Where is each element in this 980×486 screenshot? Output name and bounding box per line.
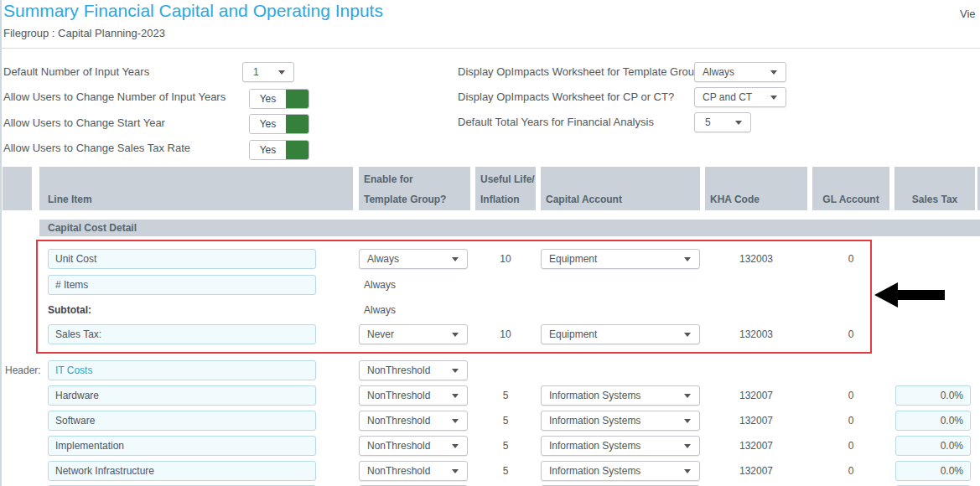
capital-account-dropdown-value: Information Systems [549,411,640,430]
gl-account-value: 0 [812,385,889,406]
line-item-input[interactable]: # Items [48,275,316,295]
chevron-down-icon [452,257,459,261]
header-cell-gl_account: GL Account [812,167,889,210]
header-cell-enable: Enable forTemplate Group? [359,167,470,210]
setting-toggle-left-1-fill [286,90,309,108]
enable-template-group-dropdown[interactable]: NonThreshold [359,360,468,380]
line-item-input-value: Unit Cost [55,250,96,268]
chevron-down-icon [452,394,459,398]
header-cell-enable-line1: Enable for [364,173,413,185]
chevron-down-icon [452,444,459,448]
capital-account-dropdown-value: Information Systems [549,462,640,480]
line-item-input[interactable]: Hardware [48,385,316,406]
sales-tax-input-value: 0.0% [941,386,963,405]
enable-template-group-dropdown-value: NonThreshold [367,386,430,405]
enable-template-group-dropdown-value: NonThreshold [367,462,430,480]
enable-template-group-dropdown[interactable]: NonThreshold [359,385,468,406]
chevron-down-icon [278,70,285,75]
line-item-input-value: Network Infrastructure [55,462,154,480]
setting-label-left-0: Default Number of Input Years [3,66,149,78]
kha-code-value: 132003 [705,249,807,269]
chevron-down-icon [452,469,459,473]
capital-account-dropdown[interactable]: Information Systems [541,411,700,431]
capital-account-dropdown-value: Equipment [549,250,597,268]
sales-tax-input[interactable]: 0.0% [895,461,971,481]
sales-tax-input-value: 0.0% [941,462,963,480]
gl-account-value: 0 [812,324,889,344]
header-cell-capital_account: Capital Account [541,167,700,210]
enable-template-group-dropdown-value: Always [367,250,399,268]
sales-tax-input[interactable]: 0.0% [895,411,971,431]
capital-account-dropdown-value: Information Systems [549,386,640,405]
line-item-input[interactable]: Unit Cost [48,249,316,269]
chevron-down-icon [452,333,459,337]
capital-account-dropdown[interactable]: Information Systems [541,461,700,481]
enable-template-group-text: Always [364,275,396,295]
line-item-input[interactable]: Implementation [48,436,316,456]
line-item-input-value: Implementation [55,437,124,455]
setting-toggle-left-2-label: Yes [250,115,286,133]
kha-code-value: 132003 [705,324,807,344]
capital-account-dropdown[interactable]: Equipment [541,324,700,344]
enable-template-group-dropdown[interactable]: NonThreshold [359,461,468,481]
header-divider [0,48,980,49]
header-cell-useful_life-line2: Inflation [480,194,520,205]
header-cell-sales_tax-line1: Sales Tax [894,194,975,205]
chevron-down-icon [684,444,691,448]
chevron-down-icon [684,257,691,261]
line-item-input[interactable]: Network Infrastructure [48,461,316,481]
setting-toggle-left-1-label: Yes [250,90,286,108]
header-cell-useful_life: Useful Life/Inflation [475,167,536,210]
capital-account-dropdown-value: Information Systems [549,437,640,455]
chevron-down-icon [452,369,459,373]
setting-dropdown-right-0-value: Always [703,63,734,81]
enable-template-group-dropdown[interactable]: Always [359,249,468,269]
setting-toggle-left-1[interactable]: Yes [249,89,309,109]
capital-account-dropdown[interactable]: Information Systems [541,385,700,406]
chevron-down-icon [684,394,691,398]
sales-tax-input-value: 0.0% [941,411,963,430]
setting-toggle-left-3-fill [286,141,309,159]
sales-tax-input[interactable]: 0.0% [895,385,971,406]
setting-toggle-left-3-label: Yes [250,141,286,159]
line-item-input[interactable]: Software [48,411,316,431]
line-item-input[interactable]: IT Costs [48,360,316,380]
setting-dropdown-right-2[interactable]: 5 [694,112,751,132]
enable-template-group-dropdown[interactable]: Never [359,324,468,344]
gl-account-value: 0 [812,249,889,269]
left-edge-border [0,0,2,486]
enable-template-group-dropdown[interactable]: NonThreshold [359,436,468,456]
filegroup-label: Filegroup : Capital Planning-2023 [3,27,165,39]
header-cell-sales_tax: Sales Tax [894,167,975,210]
capital-account-dropdown[interactable]: Information Systems [541,436,700,456]
setting-dropdown-right-2-value: 5 [705,113,711,132]
gl-account-value: 0 [812,436,889,456]
line-item-input-value: IT Costs [55,361,92,380]
useful-life-value: 10 [475,249,536,269]
annotation-arrow-shape [874,282,945,308]
chevron-down-icon [684,333,691,337]
chevron-down-icon [735,121,742,125]
line-item-input[interactable]: Sales Tax: [48,324,316,344]
setting-dropdown-right-1-value: CP and CT [703,88,752,106]
setting-dropdown-left-0[interactable]: 1 [242,62,294,82]
chevron-down-icon [684,419,691,423]
setting-label-right-2: Default Total Years for Financial Analys… [458,116,654,128]
setting-dropdown-right-0[interactable]: Always [694,62,786,82]
useful-life-value: 5 [475,436,536,456]
sales-tax-input-value: 0.0% [941,437,963,455]
kha-code-value: 132007 [705,385,807,406]
enable-template-group-dropdown-value: NonThreshold [367,361,430,380]
kha-code-value: 132007 [705,436,807,456]
setting-toggle-left-2-fill [286,115,309,133]
enable-template-group-dropdown[interactable]: NonThreshold [359,411,468,431]
setting-dropdown-right-1[interactable]: CP and CT [694,87,786,107]
capital-account-dropdown[interactable]: Equipment [541,249,700,269]
setting-toggle-left-3[interactable]: Yes [249,140,309,160]
view-link[interactable]: Vie [960,8,976,20]
section-band-label: Capital Cost Detail [39,220,980,236]
capital-account-dropdown-value: Equipment [549,325,597,344]
setting-toggle-left-2[interactable]: Yes [249,114,309,134]
sales-tax-input[interactable]: 0.0% [895,436,971,456]
useful-life-value: 5 [475,385,536,406]
